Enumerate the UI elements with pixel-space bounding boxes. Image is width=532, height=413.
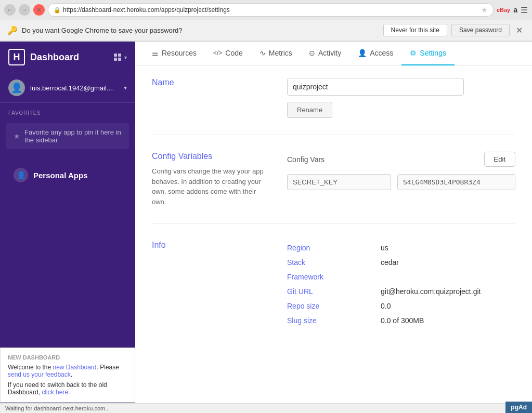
pgadmin-badge[interactable]: pgAd (505, 402, 532, 413)
config-header: Config Vars Edit (287, 152, 515, 167)
personal-apps-icon: 👤 (14, 168, 28, 182)
old-dashboard-link[interactable]: click here (42, 389, 68, 396)
heroku-logo: H (8, 49, 25, 65)
name-layout: Name Rename (152, 78, 515, 118)
password-bar-actions: Never for this site Save password ✕ (383, 24, 525, 36)
code-icon: </> (213, 49, 222, 57)
tab-activity[interactable]: ⊙ Activity (301, 42, 349, 65)
url-bar[interactable]: https://dashboard-next.heroku.com/apps/q… (63, 6, 481, 14)
metrics-icon: ∿ (259, 49, 266, 57)
favorites-section: ★ Favorite any app to pin it here in the… (0, 119, 135, 153)
activity-icon: ⊙ (309, 49, 315, 57)
config-section-left: Config Variables Config vars change the … (152, 152, 266, 207)
info-section: Info RegionusStackcedarFrameworkGit URLg… (152, 241, 515, 344)
back-button[interactable]: ← (4, 4, 16, 16)
never-button[interactable]: Never for this site (383, 24, 447, 36)
amazon-icon[interactable]: a (513, 6, 517, 14)
notice-text2: . Please (97, 364, 119, 371)
name-section-title: Name (152, 78, 266, 87)
info-val: git@heroku.com:quizproject.git (381, 287, 481, 296)
browser-toolbar: ← → ✕ 🔒 https://dashboard-next.heroku.co… (0, 0, 532, 20)
status-text: Waiting for dashboard-next.heroku.com... (5, 405, 110, 411)
feedback-link[interactable]: send us your feedback (8, 371, 71, 378)
favorites-hint: Favorite any app to pin it here in the s… (24, 128, 122, 144)
config-key-input[interactable] (287, 174, 391, 190)
apps-grid-icon[interactable]: ▾ (114, 54, 127, 61)
new-dashboard-notice: NEW DASHBOARD Welcome to the new Dashboa… (0, 348, 135, 403)
chevron-down-icon: ▾ (124, 84, 127, 91)
config-section-title: Config Variables (152, 152, 266, 161)
avatar: 👤 (8, 79, 25, 96)
info-layout: Info RegionusStackcedarFrameworkGit URLg… (152, 241, 515, 328)
dismiss-button[interactable]: ✕ (514, 25, 525, 35)
info-row: Git URLgit@heroku.com:quizproject.git (287, 284, 515, 299)
config-row (287, 174, 515, 190)
settings-content: Name Rename Config Variables Config vars… (135, 65, 532, 374)
info-row: Framework (287, 270, 515, 284)
save-password-button[interactable]: Save password (451, 24, 510, 36)
info-key: Git URL (287, 287, 381, 296)
sidebar: H Dashboard ▾ 👤 luis.berrocal.1942@gmail… (0, 42, 135, 413)
forward-button[interactable]: → (19, 4, 30, 16)
sidebar-header: H Dashboard ▾ (0, 42, 135, 73)
reload-button[interactable]: ✕ (33, 4, 45, 16)
tab-resources[interactable]: ⚌ Resources (144, 42, 205, 65)
info-val: 0.0 of 300MB (381, 316, 424, 325)
ssl-icon: 🔒 (54, 7, 61, 14)
new-dashboard-link[interactable]: new Dashboard (53, 364, 96, 371)
tab-access[interactable]: 👤 Access (349, 42, 401, 65)
edit-button[interactable]: Edit (484, 152, 515, 167)
info-key: Slug size (287, 316, 381, 325)
info-row: Stackcedar (287, 255, 515, 270)
key-icon: 🔑 (7, 25, 18, 35)
info-section-right: RegionusStackcedarFrameworkGit URLgit@he… (287, 241, 515, 328)
info-row: Regionus (287, 241, 515, 255)
access-icon: 👤 (358, 49, 367, 57)
info-row: Slug size0.0 of 300MB (287, 313, 515, 328)
tab-nav: ⚌ Resources </> Code ∿ Metrics ⊙ Activit… (135, 42, 532, 65)
config-section-desc: Config vars change the way your app beha… (152, 166, 266, 207)
browser-chrome: ← → ✕ 🔒 https://dashboard-next.heroku.co… (0, 0, 532, 42)
info-key: Stack (287, 258, 381, 267)
favorites-item: ★ Favorite any app to pin it here in the… (6, 123, 129, 149)
sidebar-user[interactable]: 👤 luis.berrocal.1942@gmail.... ▾ (0, 73, 135, 103)
tab-code[interactable]: </> Code (205, 42, 251, 65)
pgadmin-label: pgAd (511, 404, 527, 411)
config-val-input[interactable] (397, 174, 515, 190)
menu-icon[interactable]: ☰ (521, 5, 528, 15)
settings-icon: ⚙ (410, 49, 417, 57)
name-section-right: Rename (287, 78, 515, 118)
config-layout: Config Variables Config vars change the … (152, 152, 515, 207)
info-key: Repo size (287, 302, 381, 310)
config-vars-label: Config Vars (287, 155, 325, 164)
info-section-left: Info (152, 241, 266, 328)
personal-apps-label: Personal Apps (33, 171, 87, 180)
user-name: luis.berrocal.1942@gmail.... (30, 84, 119, 92)
info-val: 0.0 (381, 302, 391, 310)
info-key: Framework (287, 273, 381, 281)
star-icon[interactable]: ★ (481, 6, 488, 14)
config-section: Config Variables Config vars change the … (152, 152, 515, 224)
ebay-icon[interactable]: eBay (497, 7, 510, 13)
app-layout: H Dashboard ▾ 👤 luis.berrocal.1942@gmail… (0, 42, 532, 413)
notice-title: NEW DASHBOARD (8, 354, 127, 361)
sidebar-title: Dashboard (30, 52, 79, 63)
resources-icon: ⚌ (152, 49, 159, 57)
info-section-title: Info (152, 241, 266, 250)
config-section-right: Config Vars Edit (287, 152, 515, 207)
tab-metrics[interactable]: ∿ Metrics (251, 42, 301, 65)
main-content: ⚌ Resources </> Code ∿ Metrics ⊙ Activit… (135, 42, 532, 413)
app-name-input[interactable] (287, 78, 464, 96)
tab-settings[interactable]: ⚙ Settings (401, 42, 455, 65)
status-bar: Waiting for dashboard-next.heroku.com... (0, 403, 532, 413)
name-section: Name Rename (152, 78, 515, 135)
personal-apps-item[interactable]: 👤 Personal Apps (6, 162, 129, 189)
favorites-label: FAVORITES (0, 103, 135, 119)
password-bar: 🔑 Do you want Google Chrome to save your… (0, 20, 532, 41)
rename-button[interactable]: Rename (287, 102, 332, 118)
info-key: Region (287, 244, 381, 252)
info-val: us (381, 244, 388, 252)
password-bar-text: Do you want Google Chrome to save your p… (22, 26, 383, 34)
name-section-left: Name (152, 78, 266, 118)
star-icon: ★ (14, 132, 20, 140)
